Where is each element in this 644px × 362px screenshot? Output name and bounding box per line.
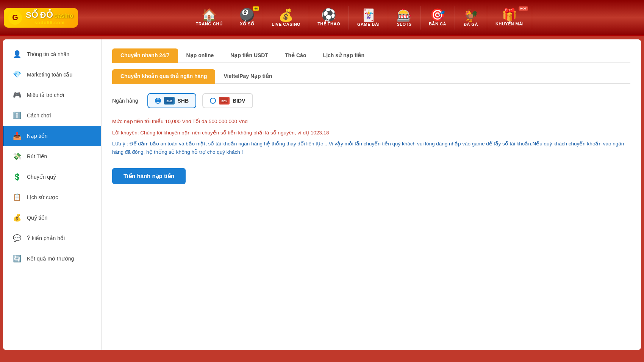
sidebar-item-quy-tien[interactable]: 💰 Quỹ tiền (3, 208, 101, 228)
sub-tab-chuyen-khoan[interactable]: Chuyển khoản qua thẻ ngân hàng (112, 69, 215, 84)
logo-subdomain: sodo66.com (26, 20, 73, 25)
sidebar-item-nap-tien[interactable]: 📥 Nạp tiền (3, 126, 101, 146)
bank-label: Ngân hàng (112, 98, 138, 104)
svg-text:BIDV: BIDV (221, 100, 227, 103)
content-area: Chuyển nhanh 24/7 Nạp online Nạp tiền US… (102, 39, 641, 350)
nav-item-da-ga[interactable]: 🐓 ĐÁ GÀ (455, 6, 487, 30)
nav-label-live-casino: LIVE CASINO (272, 22, 300, 27)
home-icon: 🏠 (202, 9, 217, 21)
logo-area: G SỐ ĐỎ casino sodo66.com (4, 8, 80, 28)
live-casino-icon: 💰 (278, 9, 294, 21)
xo-so-icon: 🎱 (239, 9, 255, 21)
sidebar-item-thong-tin[interactable]: 👤 Thông tin cá nhân (3, 44, 101, 64)
the-thao-icon: ⚽ (321, 9, 336, 21)
sidebar-item-ket-qua[interactable]: 🔄 Kết quả mở thưởng (3, 248, 101, 269)
nav-label-slots: SLOTS (397, 22, 411, 27)
info-box: Mức nạp tiền tối thiểu 10,000 Vnd Tối đa… (112, 117, 630, 156)
tab-nap-usdt[interactable]: Nạp tiền USDT (222, 48, 277, 63)
header: G SỐ ĐỎ casino sodo66.com 🏠 TRANG CHỦ 66… (0, 0, 644, 36)
nav-label-game-bai: GAME BÀI (357, 22, 380, 27)
main-tabs: Chuyển nhanh 24/7 Nạp online Nạp tiền US… (112, 48, 630, 63)
diamond-icon: 💎 (12, 69, 22, 80)
fund-icon: 💰 (12, 212, 22, 223)
info-line-0: Mức nạp tiền tối thiểu 10,000 Vnd Tối đa… (112, 117, 630, 126)
svg-text:SHB: SHB (166, 100, 172, 103)
da-ga-icon: 🐓 (463, 9, 478, 21)
main-wrapper: 👤 Thông tin cá nhân 💎 Marketing toàn cầu… (3, 39, 641, 350)
info-line-1: Lời khuyên: Chúng tôi khuyên bạn nên chu… (112, 129, 630, 137)
sidebar-item-y-kien[interactable]: 💬 Ý kiến phản hồi (3, 228, 101, 248)
shb-label: SHB (178, 98, 189, 104)
logo-box: G SỐ ĐỎ casino sodo66.com (4, 8, 78, 28)
bank-radio-shb (155, 98, 161, 104)
info-icon: ℹ️ (12, 110, 22, 121)
sidebar-item-marketing[interactable]: 💎 Marketing toàn cầu (3, 64, 101, 85)
nav-item-ban-ca[interactable]: 🎯 BẮN CÁ (420, 6, 455, 30)
bidv-logo: BIDV (219, 97, 230, 105)
nav-item-the-thao[interactable]: ⚽ THỂ THAO (309, 6, 349, 30)
tab-lich-su-nap[interactable]: Lịch sử nạp tiền (314, 48, 373, 63)
nav-item-live-casino[interactable]: 💰 LIVE CASINO (263, 6, 309, 30)
nav-label-ban-ca: BẮN CÁ (429, 22, 446, 27)
shb-logo: SHB (164, 97, 175, 105)
deposit-icon: 📥 (12, 131, 22, 141)
nav-label-the-thao: THỂ THAO (317, 22, 340, 27)
sub-tabs: Chuyển khoản qua thẻ ngân hàng ViettelPa… (112, 69, 630, 84)
deposit-action-button[interactable]: Tiến hành nạp tiền (112, 168, 186, 184)
khuyen-mai-badge: HOT (519, 6, 528, 11)
nav-label-khuyen-mai: KHUYẾN MÃI (496, 22, 524, 27)
slots-icon: 🎰 (397, 9, 412, 21)
sidebar: 👤 Thông tin cá nhân 💎 Marketing toàn cầu… (3, 39, 102, 350)
game-bai-icon: 🃏 (361, 9, 376, 21)
bank-radio-bidv (210, 98, 216, 104)
sidebar-item-lich-su[interactable]: 📋 Lịch sử cược (3, 187, 101, 208)
nav-item-game-bai[interactable]: 🃏 GAME BÀI (349, 6, 388, 30)
info-line-2: Lưu ý : Để đảm bảo an toàn và bảo mật, s… (112, 140, 630, 156)
nav-item-trang-chu[interactable]: 🏠 TRANG CHỦ (188, 6, 231, 30)
logo-circle: G (8, 11, 22, 25)
tab-chuyen-nhanh[interactable]: Chuyển nhanh 24/7 (112, 48, 178, 63)
nav-label-trang-chu: TRANG CHỦ (196, 22, 223, 27)
nav-item-xo-so[interactable]: 66 🎱 XỔ SỐ (231, 6, 263, 30)
bank-option-bidv[interactable]: BIDV BIDV (202, 93, 253, 108)
khuyen-mai-icon: 🎁 (502, 9, 517, 21)
xo-so-badge: 66 (253, 6, 259, 11)
bidv-label: BIDV (233, 98, 245, 104)
feedback-icon: 💬 (12, 233, 22, 243)
tab-the-cao[interactable]: Thẻ Cào (277, 48, 314, 63)
history-icon: 📋 (12, 192, 22, 203)
nav-item-slots[interactable]: 🎰 SLOTS (388, 6, 420, 30)
sub-tab-viettel-pay[interactable]: ViettelPay Nạp tiền (215, 69, 280, 84)
gamepad-icon: 🎮 (12, 90, 22, 100)
nav-label-da-ga: ĐÁ GÀ (464, 22, 478, 27)
withdraw-icon: 💸 (12, 151, 22, 162)
sidebar-item-mieu-ta[interactable]: 🎮 Miêu tả trò chơi (3, 85, 101, 105)
sidebar-item-rut-tien[interactable]: 💸 Rút Tiền (3, 146, 101, 167)
bank-option-shb[interactable]: SHB SHB (147, 93, 197, 108)
sidebar-item-chuyen-quy[interactable]: 💲 Chuyển quỹ (3, 167, 101, 187)
ban-ca-icon: 🎯 (430, 9, 445, 21)
result-icon: 🔄 (12, 253, 22, 264)
person-icon: 👤 (12, 49, 22, 59)
bank-selection-row: Ngân hàng SHB SHB BID (112, 93, 630, 108)
transfer-icon: 💲 (12, 172, 22, 182)
tab-nap-online[interactable]: Nạp online (178, 48, 222, 63)
nav-bar: 🏠 TRANG CHỦ 66 🎱 XỔ SỐ 💰 LIVE CASINO ⚽ T… (80, 6, 640, 30)
nav-label-xo-so: XỔ SỐ (240, 22, 254, 27)
nav-item-khuyen-mai[interactable]: HOT 🎁 KHUYẾN MÃI (487, 6, 532, 30)
sidebar-item-cach-choi[interactable]: ℹ️ Cách chơi (3, 105, 101, 126)
